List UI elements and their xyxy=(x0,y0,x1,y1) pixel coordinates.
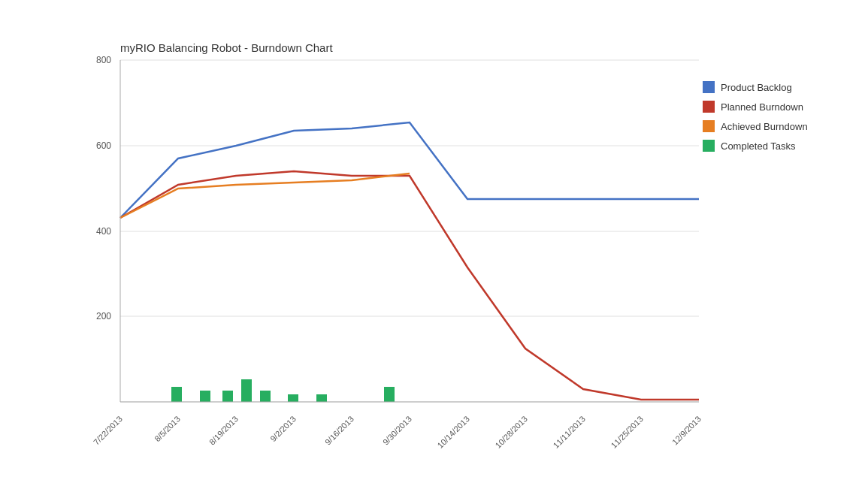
bar-completed-6 xyxy=(288,394,298,402)
x-label-7: 10/28/2013 xyxy=(494,414,529,449)
x-label-3: 9/2/2013 xyxy=(268,414,298,443)
x-label-2: 8/19/2013 xyxy=(207,414,240,446)
y-label-800: 800 xyxy=(96,55,111,65)
bar-completed-1 xyxy=(171,387,182,402)
x-label-5: 9/30/2013 xyxy=(381,414,413,446)
x-label-4: 9/16/2013 xyxy=(323,414,355,446)
y-label-200: 200 xyxy=(96,311,111,321)
y-label-400: 400 xyxy=(96,226,111,237)
bar-completed-7 xyxy=(316,394,327,402)
line-planned-burndown xyxy=(120,171,699,400)
bar-completed-2 xyxy=(200,391,210,402)
x-label-8: 11/11/2013 xyxy=(552,414,587,449)
bar-completed-8 xyxy=(384,387,395,402)
line-achieved-burndown xyxy=(120,174,410,218)
bar-completed-3 xyxy=(222,391,233,402)
x-label-0: 7/22/2013 xyxy=(92,414,124,446)
x-label-10: 12/9/2013 xyxy=(670,414,703,446)
bar-completed-4 xyxy=(241,379,252,402)
bar-completed-5 xyxy=(260,391,271,402)
chart-svg: 800 600 400 200 7/22/2013 8/5/2013 8/19/… xyxy=(0,0,868,489)
line-product-backlog xyxy=(120,122,699,218)
y-label-600: 600 xyxy=(96,140,111,151)
x-label-6: 10/14/2013 xyxy=(436,414,471,449)
x-label-9: 11/25/2013 xyxy=(609,414,645,449)
chart-container: myRIO Balancing Robot - Burndown Chart P… xyxy=(0,0,868,489)
x-label-1: 8/5/2013 xyxy=(153,414,182,443)
